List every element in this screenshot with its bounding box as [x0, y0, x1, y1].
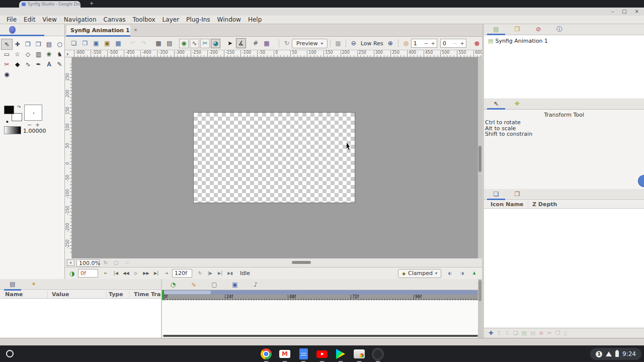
horizontal-ruler[interactable]: -600-550-500-450-400-350-300-250-200-150… [65, 50, 482, 57]
loop-icon[interactable]: ↻ [195, 269, 205, 278]
canvas-vertical-scrollbar[interactable] [478, 57, 482, 258]
maximize-button[interactable]: □ [622, 9, 626, 14]
launcher-icon[interactable] [6, 350, 14, 357]
past-onion-icon[interactable]: ◐ [445, 269, 455, 278]
zoom-tool-icon[interactable]: ◉ [2, 69, 12, 79]
scrollbar-handle[interactable] [478, 146, 481, 172]
animate-mode-icon[interactable]: ♟ [469, 269, 479, 278]
status-tray[interactable]: 1 9:24 [590, 348, 641, 360]
docs-icon[interactable] [297, 348, 309, 360]
preview-window-icon[interactable]: ▢ [112, 259, 120, 266]
end-time-field[interactable]: 120f [172, 269, 192, 278]
quality-value[interactable]: 1 [412, 40, 423, 47]
files-icon[interactable] [353, 348, 365, 360]
playhead-marker[interactable] [162, 290, 164, 300]
smooth-move-tool-icon[interactable]: ✚ [12, 39, 23, 49]
refresh-icon[interactable]: ↻ [282, 38, 292, 48]
fill-tool-icon[interactable]: ◆ [12, 59, 23, 69]
prev-keyframe-icon[interactable]: |◀ [111, 269, 121, 278]
quality-increase-button[interactable]: + [430, 41, 437, 46]
parameters-list[interactable] [0, 299, 161, 337]
open-icon[interactable]: ❒ [80, 38, 90, 48]
width-tool-icon[interactable]: ✎ [54, 59, 65, 69]
gmail-icon[interactable]: M [279, 348, 291, 360]
seek-begin-icon[interactable]: ⇤ [101, 269, 111, 278]
scale-tool-icon[interactable]: ▤ [44, 39, 54, 49]
palette-tab-icon[interactable]: ❖ [508, 99, 526, 109]
brush-preview[interactable] [24, 105, 42, 121]
keyframe-lock-icon[interactable]: ◉ [179, 39, 189, 48]
draw-tool-icon[interactable]: ✒ [33, 59, 44, 69]
angle-snap-icon[interactable]: ∡ [236, 38, 246, 48]
scrollbar-handle[interactable] [478, 280, 481, 301]
layers-tab-icon[interactable]: ❏ [487, 189, 505, 199]
sketch-tool-icon[interactable]: ∿ [23, 59, 33, 69]
browser-tab[interactable]: Synfig Studio - Google Docs × [19, 1, 80, 8]
prev-frame-icon[interactable]: ◀◀ [121, 269, 131, 278]
time-settings-icon[interactable]: ◔ [169, 281, 177, 289]
time-scrollbar[interactable] [162, 290, 478, 295]
raise-layer-icon[interactable]: ↥ [497, 330, 501, 336]
past-frames-value[interactable]: 0 [441, 40, 452, 47]
render-camera-icon[interactable]: ▤ [165, 38, 175, 48]
bone-tool-icon[interactable]: ♞ [54, 49, 65, 59]
past-frames-increase-button[interactable]: + [459, 41, 466, 46]
pointer-icon[interactable]: ➤ [225, 38, 235, 48]
paste-icon[interactable]: ▯ [564, 330, 567, 336]
background-render-icon[interactable]: ▩ [333, 38, 343, 48]
undo-icon[interactable]: ↶ [128, 38, 138, 48]
grid-snap-icon[interactable]: # [251, 38, 261, 48]
timebar-toggle-icon[interactable]: ◑ [67, 268, 77, 279]
ruler-expander-icon[interactable]: › [66, 51, 69, 57]
chrome-icon[interactable] [260, 348, 272, 360]
seek-end-icon[interactable]: ⇥ [162, 269, 171, 278]
minimize-button[interactable]: – [611, 9, 614, 14]
rotate-tool-icon[interactable]: ❒ [33, 39, 44, 49]
new-tab-button[interactable]: + [90, 1, 94, 6]
low-res-label[interactable]: Low Res [361, 40, 383, 47]
fill-color-swatch[interactable] [12, 113, 22, 121]
play-icon[interactable]: ▷ [131, 269, 141, 278]
next-keyframe-icon[interactable]: ▶| [151, 269, 161, 278]
info-tab-icon[interactable]: ⓘ [550, 24, 569, 34]
timetrack-vertical-scrollbar[interactable] [478, 279, 482, 338]
timetrack-horizontal-scrollbar[interactable] [163, 335, 478, 337]
save-all-icon[interactable]: ▦ [113, 38, 123, 48]
record-icon[interactable]: ● [472, 38, 482, 48]
next-frame-icon[interactable]: ▶▶ [141, 269, 151, 278]
transform-tool-icon[interactable]: ⇖ [2, 39, 12, 49]
canvas-viewport[interactable] [72, 57, 478, 258]
end-marker-icon[interactable]: ▶▮ [225, 269, 235, 278]
future-onion-icon[interactable]: ◑ [457, 269, 467, 278]
params-tab-icon[interactable]: ▤ [4, 279, 21, 289]
close-button[interactable]: × [635, 9, 639, 14]
text-tool-icon[interactable]: A [44, 59, 54, 69]
polygon-tool-icon[interactable]: ◇ [23, 49, 33, 59]
sets-tab-icon[interactable]: ❐ [508, 189, 526, 199]
preview-button[interactable]: Preview ▾ [292, 39, 328, 48]
canvases-icon[interactable]: ▢ [210, 281, 218, 289]
current-time-field[interactable]: 0f [78, 269, 98, 278]
canvas-browser-tab-icon[interactable]: ▤ [487, 24, 505, 34]
lower-layer-icon[interactable]: ↧ [505, 330, 509, 336]
zoom-level-field[interactable]: 100.0% [76, 259, 100, 266]
grid-show-icon[interactable]: ▦ [262, 38, 272, 48]
duplicate-layer-icon[interactable]: ❏ [513, 330, 518, 336]
reset-colors-icon[interactable]: ▪ [6, 120, 9, 124]
outline-color-swatch[interactable] [4, 106, 14, 114]
tool-options-tab-icon[interactable]: ⇖ [487, 99, 505, 109]
circle-tool-icon[interactable]: ○ [54, 39, 65, 49]
refresh-view-icon[interactable]: ↻ [102, 259, 110, 266]
cutout-tool-icon[interactable]: ✂ [2, 59, 12, 69]
canvas-menu-button[interactable]: ▾ [67, 259, 74, 266]
vertical-ruler[interactable]: 250200150100500-50-100-150-200-250 [65, 57, 72, 258]
mask-bones-icon[interactable]: ✂ [200, 39, 210, 48]
grid-options-icon[interactable]: ∷ [123, 259, 131, 266]
time-tick-strip[interactable]: 0f24f48f72f96f [162, 295, 478, 300]
default-gradient-swatch[interactable] [4, 126, 21, 134]
history-tab-icon[interactable]: ⊘ [529, 24, 547, 34]
interpolation-dropdown[interactable]: ◆ Clamped ▾ [398, 269, 441, 278]
synfig-app-icon[interactable] [372, 348, 384, 360]
time-scrollbar-handle[interactable] [163, 291, 211, 294]
play-bounds-end-icon[interactable]: ▶| [215, 269, 225, 278]
